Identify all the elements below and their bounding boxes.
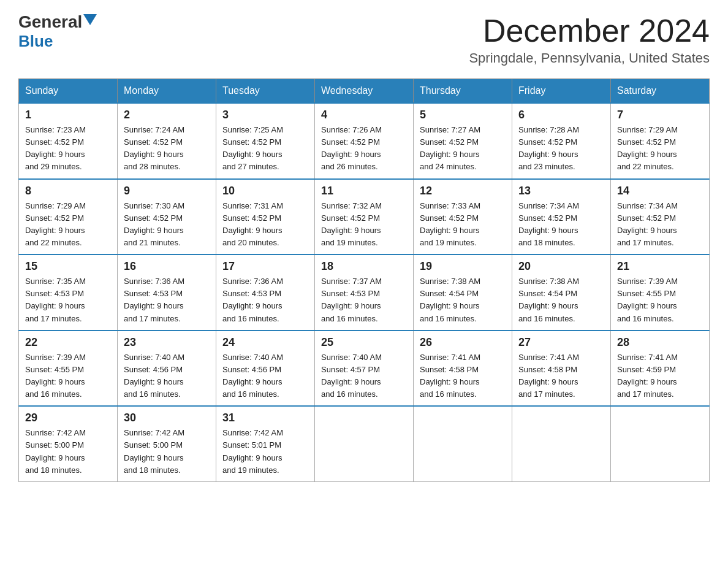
day-info: Sunrise: 7:38 AMSunset: 4:54 PMDaylight:… [420,277,480,323]
calendar-cell: 22 Sunrise: 7:39 AMSunset: 4:55 PMDaylig… [19,331,118,407]
title-block: December 2024 Springdale, Pennsylvania, … [469,12,710,66]
logo: General Blue [18,12,97,51]
header-saturday: Saturday [611,79,710,104]
calendar-cell: 8 Sunrise: 7:29 AMSunset: 4:52 PMDayligh… [19,179,118,255]
day-info: Sunrise: 7:40 AMSunset: 4:57 PMDaylight:… [321,353,382,399]
header-tuesday: Tuesday [216,79,315,104]
day-number: 9 [124,185,210,197]
day-info: Sunrise: 7:42 AMSunset: 5:01 PMDaylight:… [222,428,283,474]
header-sunday: Sunday [19,79,118,104]
day-number: 19 [420,260,506,273]
day-number: 2 [124,109,210,121]
calendar-cell [315,406,414,481]
day-info: Sunrise: 7:36 AMSunset: 4:53 PMDaylight:… [222,277,283,323]
calendar-cell: 28 Sunrise: 7:41 AMSunset: 4:59 PMDaylig… [611,331,710,407]
day-info: Sunrise: 7:27 AMSunset: 4:52 PMDaylight:… [420,125,480,171]
day-info: Sunrise: 7:41 AMSunset: 4:59 PMDaylight:… [617,353,678,399]
day-info: Sunrise: 7:40 AMSunset: 4:56 PMDaylight:… [124,353,184,399]
day-info: Sunrise: 7:40 AMSunset: 4:56 PMDaylight:… [222,353,283,399]
calendar-cell: 19 Sunrise: 7:38 AMSunset: 4:54 PMDaylig… [414,255,512,331]
calendar-cell: 6 Sunrise: 7:28 AMSunset: 4:52 PMDayligh… [512,103,611,179]
calendar-cell: 11 Sunrise: 7:32 AMSunset: 4:52 PMDaylig… [315,179,414,255]
calendar-cell: 14 Sunrise: 7:34 AMSunset: 4:52 PMDaylig… [611,179,710,255]
calendar-cell: 1 Sunrise: 7:23 AMSunset: 4:52 PMDayligh… [19,103,118,179]
day-number: 5 [420,109,506,121]
calendar-table: Sunday Monday Tuesday Wednesday Thursday… [18,79,710,482]
day-info: Sunrise: 7:26 AMSunset: 4:52 PMDaylight:… [321,125,382,171]
day-number: 3 [222,109,308,121]
day-number: 16 [124,260,210,273]
week-row-4: 22 Sunrise: 7:39 AMSunset: 4:55 PMDaylig… [19,331,710,407]
day-number: 25 [321,336,407,349]
day-info: Sunrise: 7:24 AMSunset: 4:52 PMDaylight:… [124,125,184,171]
day-number: 11 [321,185,407,197]
calendar-cell: 17 Sunrise: 7:36 AMSunset: 4:53 PMDaylig… [216,255,315,331]
calendar-cell: 30 Sunrise: 7:42 AMSunset: 5:00 PMDaylig… [118,406,216,481]
header-monday: Monday [118,79,216,104]
day-info: Sunrise: 7:37 AMSunset: 4:53 PMDaylight:… [321,277,382,323]
day-number: 22 [25,336,111,349]
day-number: 28 [617,336,703,349]
calendar-cell: 23 Sunrise: 7:40 AMSunset: 4:56 PMDaylig… [118,331,216,407]
day-info: Sunrise: 7:38 AMSunset: 4:54 PMDaylight:… [518,277,579,323]
calendar-cell: 5 Sunrise: 7:27 AMSunset: 4:52 PMDayligh… [414,103,512,179]
week-row-5: 29 Sunrise: 7:42 AMSunset: 5:00 PMDaylig… [19,406,710,481]
day-number: 29 [25,412,111,424]
calendar-cell: 29 Sunrise: 7:42 AMSunset: 5:00 PMDaylig… [19,406,118,481]
day-info: Sunrise: 7:39 AMSunset: 4:55 PMDaylight:… [617,277,678,323]
day-number: 14 [617,185,703,197]
logo-triangle-icon [83,14,97,28]
day-number: 21 [617,260,703,273]
day-number: 26 [420,336,506,349]
svg-marker-0 [83,14,97,25]
day-info: Sunrise: 7:42 AMSunset: 5:00 PMDaylight:… [124,428,184,474]
week-row-3: 15 Sunrise: 7:35 AMSunset: 4:53 PMDaylig… [19,255,710,331]
calendar-cell: 24 Sunrise: 7:40 AMSunset: 4:56 PMDaylig… [216,331,315,407]
header-thursday: Thursday [414,79,512,104]
day-info: Sunrise: 7:42 AMSunset: 5:00 PMDaylight:… [25,428,86,474]
day-info: Sunrise: 7:29 AMSunset: 4:52 PMDaylight:… [25,201,86,247]
day-number: 4 [321,109,407,121]
day-info: Sunrise: 7:35 AMSunset: 4:53 PMDaylight:… [25,277,86,323]
day-info: Sunrise: 7:41 AMSunset: 4:58 PMDaylight:… [420,353,480,399]
calendar-cell: 4 Sunrise: 7:26 AMSunset: 4:52 PMDayligh… [315,103,414,179]
week-row-1: 1 Sunrise: 7:23 AMSunset: 4:52 PMDayligh… [19,103,710,179]
logo-general: General [18,12,82,32]
day-info: Sunrise: 7:25 AMSunset: 4:52 PMDaylight:… [222,125,283,171]
day-number: 8 [25,185,111,197]
calendar-cell: 25 Sunrise: 7:40 AMSunset: 4:57 PMDaylig… [315,331,414,407]
day-info: Sunrise: 7:39 AMSunset: 4:55 PMDaylight:… [25,353,86,399]
calendar-cell: 9 Sunrise: 7:30 AMSunset: 4:52 PMDayligh… [118,179,216,255]
calendar-cell: 15 Sunrise: 7:35 AMSunset: 4:53 PMDaylig… [19,255,118,331]
day-info: Sunrise: 7:36 AMSunset: 4:53 PMDaylight:… [124,277,184,323]
day-number: 17 [222,260,308,273]
day-info: Sunrise: 7:28 AMSunset: 4:52 PMDaylight:… [518,125,579,171]
day-info: Sunrise: 7:33 AMSunset: 4:52 PMDaylight:… [420,201,480,247]
calendar-cell [414,406,512,481]
day-number: 7 [617,109,703,121]
calendar-cell: 7 Sunrise: 7:29 AMSunset: 4:52 PMDayligh… [611,103,710,179]
day-number: 30 [124,412,210,424]
week-row-2: 8 Sunrise: 7:29 AMSunset: 4:52 PMDayligh… [19,179,710,255]
day-number: 13 [518,185,604,197]
calendar-cell: 13 Sunrise: 7:34 AMSunset: 4:52 PMDaylig… [512,179,611,255]
day-info: Sunrise: 7:30 AMSunset: 4:52 PMDaylight:… [124,201,184,247]
calendar-cell: 27 Sunrise: 7:41 AMSunset: 4:58 PMDaylig… [512,331,611,407]
day-info: Sunrise: 7:29 AMSunset: 4:52 PMDaylight:… [617,125,678,171]
weekday-header-row: Sunday Monday Tuesday Wednesday Thursday… [19,79,710,104]
header-friday: Friday [512,79,611,104]
day-number: 1 [25,109,111,121]
day-number: 18 [321,260,407,273]
calendar-cell: 10 Sunrise: 7:31 AMSunset: 4:52 PMDaylig… [216,179,315,255]
calendar-cell: 21 Sunrise: 7:39 AMSunset: 4:55 PMDaylig… [611,255,710,331]
day-info: Sunrise: 7:34 AMSunset: 4:52 PMDaylight:… [518,201,579,247]
page-header: General Blue December 2024 Springdale, P… [18,12,710,66]
day-number: 12 [420,185,506,197]
calendar-cell: 12 Sunrise: 7:33 AMSunset: 4:52 PMDaylig… [414,179,512,255]
day-info: Sunrise: 7:41 AMSunset: 4:58 PMDaylight:… [518,353,579,399]
day-number: 27 [518,336,604,349]
calendar-cell [512,406,611,481]
calendar-cell: 31 Sunrise: 7:42 AMSunset: 5:01 PMDaylig… [216,406,315,481]
day-info: Sunrise: 7:31 AMSunset: 4:52 PMDaylight:… [222,201,283,247]
day-info: Sunrise: 7:34 AMSunset: 4:52 PMDaylight:… [617,201,678,247]
